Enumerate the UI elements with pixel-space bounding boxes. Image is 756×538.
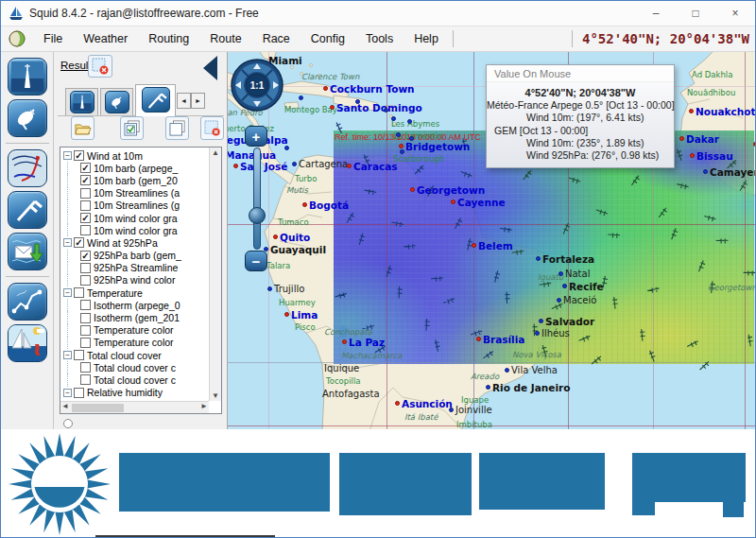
satellite-icon[interactable] xyxy=(8,99,47,137)
toolbar-divider xyxy=(6,276,49,277)
collapse-panel-arrow[interactable] xyxy=(203,56,217,80)
tree-expander-icon[interactable]: − xyxy=(63,288,72,297)
tree-row[interactable]: ✓10m wind color gra xyxy=(61,212,208,224)
layer-label: Isotherm (gem_201 xyxy=(94,312,180,323)
tree-indent xyxy=(67,200,80,212)
layer-checkbox[interactable] xyxy=(80,200,91,211)
tree-row[interactable]: 10m wind color gra xyxy=(61,224,208,236)
tree-row[interactable]: −✓Wind at 925hPa xyxy=(61,236,208,249)
menu-separator xyxy=(453,30,454,47)
tree-row[interactable]: Isotherm (gem_201 xyxy=(61,311,208,323)
minimize-button[interactable]: – xyxy=(636,1,676,26)
tab-scroll-left[interactable]: ◄ xyxy=(177,93,191,109)
zoom-slider-knob[interactable] xyxy=(249,207,266,224)
open-folder-button[interactable] xyxy=(71,116,94,140)
tree-row[interactable]: Total cloud cover c xyxy=(61,373,208,386)
menu-item-routing[interactable]: Routing xyxy=(138,29,199,48)
menu-item-weather[interactable]: Weather xyxy=(73,29,138,48)
layer-checkbox[interactable] xyxy=(74,388,84,398)
tab-wind-barb[interactable] xyxy=(135,84,176,116)
layer-checkbox[interactable]: ✓ xyxy=(80,163,91,173)
tree-row[interactable]: −Relative humidity xyxy=(61,387,208,399)
globe-icon[interactable] xyxy=(9,30,26,47)
zoom-in-button[interactable]: + xyxy=(245,126,267,147)
uncheck-all-button[interactable] xyxy=(165,116,189,140)
pan-wheel[interactable]: 1:1 xyxy=(230,58,284,113)
layer-checkbox[interactable] xyxy=(80,362,91,373)
value-on-mouse-line: Météo-France Arpege 0.5° [Oct 13 - 00:00… xyxy=(487,99,674,112)
tree-row[interactable]: Total cloud cover c xyxy=(61,361,208,373)
tree-row[interactable]: −✓Wind at 10m xyxy=(61,149,208,162)
tree-row[interactable]: 10m Streamlines (g xyxy=(61,200,208,212)
menu-item-file[interactable]: File xyxy=(33,29,73,48)
layer-checkbox[interactable] xyxy=(80,275,91,286)
layer-label: Wind at 10m xyxy=(87,150,143,162)
menu-item-config[interactable]: Config xyxy=(301,29,355,48)
buoy-tab-icon xyxy=(70,91,94,113)
layer-checkbox[interactable] xyxy=(80,188,91,199)
tree-expander-icon[interactable]: − xyxy=(63,151,72,160)
buoy-station-icon[interactable] xyxy=(8,58,47,95)
map-viewport[interactable]: Ref. time: 10/13/2018 0:00:00 AM UTC Mia… xyxy=(228,52,756,431)
tree-row[interactable]: 925hPa Streamline xyxy=(61,262,208,274)
zoom-out-button[interactable]: − xyxy=(245,251,267,271)
layer-checkbox[interactable]: ✓ xyxy=(80,213,91,223)
tree-horizontal-scrollbar[interactable]: ◄► xyxy=(60,401,209,413)
maximize-button[interactable]: □ xyxy=(676,1,715,26)
layer-checkbox[interactable] xyxy=(80,374,91,385)
layer-checkbox[interactable] xyxy=(80,338,91,348)
sailboat-race-icon[interactable] xyxy=(8,324,47,362)
tree-row[interactable]: Isotherm (arpege_0 xyxy=(61,299,208,311)
layer-checkbox[interactable]: ✓ xyxy=(80,251,91,261)
layer-checkbox[interactable] xyxy=(80,263,91,273)
layer-label: Isotherm (arpege_0 xyxy=(94,300,180,311)
tree-row[interactable]: Temperature color xyxy=(61,324,208,337)
menu-item-race[interactable]: Race xyxy=(252,29,301,48)
wind-barb-icon[interactable] xyxy=(8,191,47,229)
layer-checkbox[interactable] xyxy=(74,350,84,360)
check-all-button[interactable] xyxy=(120,116,144,140)
clear-results-button[interactable] xyxy=(88,55,112,78)
tree-expander-icon[interactable]: − xyxy=(63,238,72,247)
layer-checkbox[interactable] xyxy=(80,325,91,336)
layer-label: 10m wind color gra xyxy=(94,213,178,224)
tree-row[interactable]: ✓10m barb (arpege_ xyxy=(61,162,208,174)
tree-row[interactable]: ✓925hPa barb (gem_ xyxy=(61,250,208,262)
display-mode-radio[interactable] xyxy=(63,419,73,428)
tree-row[interactable]: 925hPa wind color xyxy=(61,274,208,286)
close-button[interactable]: × xyxy=(715,1,755,26)
value-on-mouse-title: Value On Mouse xyxy=(487,65,674,82)
layer-checkbox[interactable]: ✓ xyxy=(80,175,91,185)
tree-indent xyxy=(67,373,80,386)
tree-row[interactable]: 10m Streamlines (a xyxy=(61,187,208,200)
route-icon[interactable] xyxy=(8,283,47,321)
grib-mail-download-icon[interactable] xyxy=(8,233,47,270)
layer-checkbox[interactable] xyxy=(80,313,91,323)
weather-fronts-icon[interactable] xyxy=(8,149,47,187)
zoom-slider-track[interactable] xyxy=(253,148,261,250)
menu-item-tools[interactable]: Tools xyxy=(355,29,404,48)
layer-checkbox[interactable] xyxy=(80,300,91,310)
menu-items: FileWeatherRoutingRouteRaceConfigToolsHe… xyxy=(33,32,449,45)
layer-checkbox[interactable] xyxy=(74,287,84,298)
tree-indent xyxy=(67,212,80,224)
layer-label: 10m Streamlines (a xyxy=(94,187,180,199)
tree-indent xyxy=(67,311,80,323)
tree-row[interactable]: Temperature color xyxy=(61,337,208,349)
layer-checkbox[interactable]: ✓ xyxy=(74,237,84,248)
tree-vertical-scrollbar[interactable]: ▲▼ xyxy=(209,148,221,401)
clear-all-button[interactable] xyxy=(200,116,224,140)
tab-satellite[interactable] xyxy=(100,88,133,115)
menu-item-help[interactable]: Help xyxy=(404,29,449,48)
layer-checkbox[interactable]: ✓ xyxy=(74,150,84,161)
layer-checkbox[interactable] xyxy=(80,225,91,235)
tree-expander-icon[interactable]: − xyxy=(63,351,72,359)
menu-item-route[interactable]: Route xyxy=(199,29,251,48)
layer-label: 925hPa wind color xyxy=(94,274,175,286)
tab-scroll-right[interactable]: ► xyxy=(191,93,205,109)
tree-row[interactable]: −Total cloud cover xyxy=(61,349,208,361)
tree-row[interactable]: −Temperature xyxy=(61,286,208,299)
tab-buoy[interactable] xyxy=(65,88,98,115)
tree-row[interactable]: ✓10m barb (gem_20 xyxy=(61,174,208,186)
tree-expander-icon[interactable]: − xyxy=(63,389,72,397)
